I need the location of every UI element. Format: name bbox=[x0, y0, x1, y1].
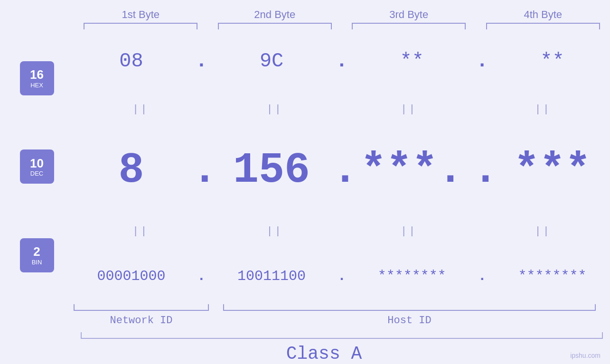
bottom-brackets bbox=[74, 304, 596, 311]
bin-b2: 10011100 bbox=[217, 268, 326, 284]
top-brackets bbox=[0, 23, 610, 29]
dec-badge-unit: DEC bbox=[30, 170, 43, 177]
dec-dot3: . bbox=[473, 146, 492, 195]
values-grid: 08 . 9C . ** . ** || || || || 8 . 156 . bbox=[74, 29, 610, 304]
sep-row-2: || || || || bbox=[74, 225, 610, 237]
hex-b2: 9C bbox=[217, 50, 326, 73]
bottom-labels: Network ID Host ID bbox=[74, 315, 596, 327]
host-id-label: Host ID bbox=[223, 315, 596, 327]
hex-b1: 08 bbox=[76, 50, 186, 73]
network-bracket bbox=[74, 304, 209, 311]
bracket-byte1 bbox=[84, 23, 197, 29]
dec-b4: *** bbox=[497, 146, 607, 195]
bracket-byte2 bbox=[218, 23, 332, 29]
sep1-b2: || bbox=[211, 103, 339, 115]
bin-dot3: . bbox=[473, 268, 492, 284]
bottom-section: Network ID Host ID bbox=[0, 304, 610, 327]
dec-dot1: . bbox=[192, 146, 211, 195]
dec-badge: 10 DEC bbox=[20, 149, 54, 184]
sep1-b3: || bbox=[345, 103, 473, 115]
class-label: Class A bbox=[0, 344, 610, 364]
bin-badge: 2 BIN bbox=[20, 238, 54, 272]
dec-b3: ***. bbox=[357, 146, 467, 195]
bin-row: 00001000 . 10011100 . ******** . *******… bbox=[74, 268, 610, 284]
dec-b1: 8 bbox=[76, 146, 186, 195]
sep1-b1: || bbox=[76, 103, 205, 115]
hex-dot3: . bbox=[473, 50, 492, 73]
sep2-b2: || bbox=[211, 225, 339, 237]
byte2-label: 2nd Byte bbox=[211, 9, 339, 21]
sep2-b3: || bbox=[345, 225, 473, 237]
bracket-gap bbox=[209, 304, 223, 311]
bin-badge-unit: BIN bbox=[32, 259, 42, 266]
bin-b3: ******** bbox=[357, 268, 467, 284]
hex-row: 08 . 9C . ** . ** bbox=[74, 50, 610, 73]
sep-row-1: || || || || bbox=[74, 103, 610, 115]
full-bottom-bracket bbox=[81, 332, 603, 339]
hex-b3: ** bbox=[357, 50, 467, 73]
network-id-label: Network ID bbox=[74, 315, 209, 327]
host-bracket bbox=[223, 304, 596, 311]
header-row: 1st Byte 2nd Byte 3rd Byte 4th Byte bbox=[0, 0, 610, 21]
byte4-label: 4th Byte bbox=[479, 9, 607, 21]
watermark: ipshu.com bbox=[570, 352, 601, 359]
dec-b2: 156 bbox=[217, 146, 326, 195]
sep2-b4: || bbox=[479, 225, 607, 237]
byte1-label: 1st Byte bbox=[76, 9, 205, 21]
main-container: 1st Byte 2nd Byte 3rd Byte 4th Byte 16 H… bbox=[0, 0, 610, 364]
bin-dot2: . bbox=[332, 268, 351, 284]
hex-b4: ** bbox=[497, 50, 607, 73]
hex-dot2: . bbox=[332, 50, 351, 73]
sep2-b1: || bbox=[76, 225, 205, 237]
hex-badge-number: 16 bbox=[30, 68, 44, 82]
hex-dot1: . bbox=[192, 50, 211, 73]
dec-badge-number: 10 bbox=[30, 157, 44, 170]
dec-dot2: . bbox=[332, 146, 351, 195]
badges-column: 16 HEX 10 DEC 2 BIN bbox=[0, 29, 74, 304]
bracket-byte4 bbox=[486, 23, 600, 29]
dec-row: 8 . 156 . ***. . *** bbox=[74, 146, 610, 195]
bin-b4: ******** bbox=[497, 268, 607, 284]
content-area: 16 HEX 10 DEC 2 BIN 08 . 9C . ** . ** bbox=[0, 29, 610, 304]
hex-badge-unit: HEX bbox=[30, 82, 43, 89]
bin-dot1: . bbox=[192, 268, 211, 284]
sep1-b4: || bbox=[479, 103, 607, 115]
byte3-label: 3rd Byte bbox=[345, 9, 473, 21]
hex-badge: 16 HEX bbox=[20, 61, 54, 95]
bin-badge-number: 2 bbox=[33, 245, 40, 259]
bin-b1: 00001000 bbox=[76, 268, 186, 284]
bracket-byte3 bbox=[352, 23, 466, 29]
